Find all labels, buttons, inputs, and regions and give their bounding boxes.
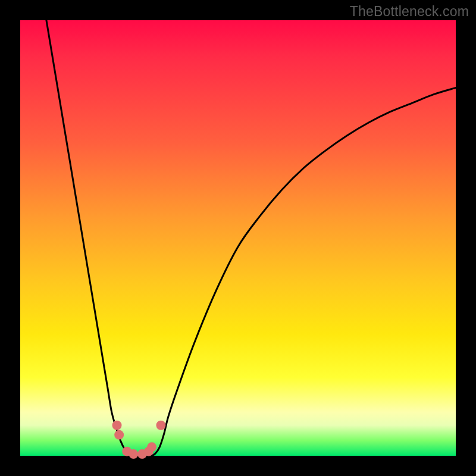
chart-frame: TheBottleneck.com bbox=[0, 0, 476, 476]
chart-marker bbox=[147, 442, 156, 452]
chart-plot-area bbox=[20, 20, 456, 456]
chart-marker bbox=[156, 421, 165, 430]
chart-series-right-branch bbox=[151, 87, 456, 456]
watermark-text: TheBottleneck.com bbox=[350, 4, 469, 20]
chart-lines bbox=[46, 20, 456, 456]
chart-marker bbox=[129, 449, 138, 459]
chart-marker bbox=[112, 421, 122, 430]
chart-marker bbox=[114, 430, 124, 440]
chart-series-left-branch bbox=[46, 20, 133, 456]
chart-svg bbox=[20, 20, 456, 456]
